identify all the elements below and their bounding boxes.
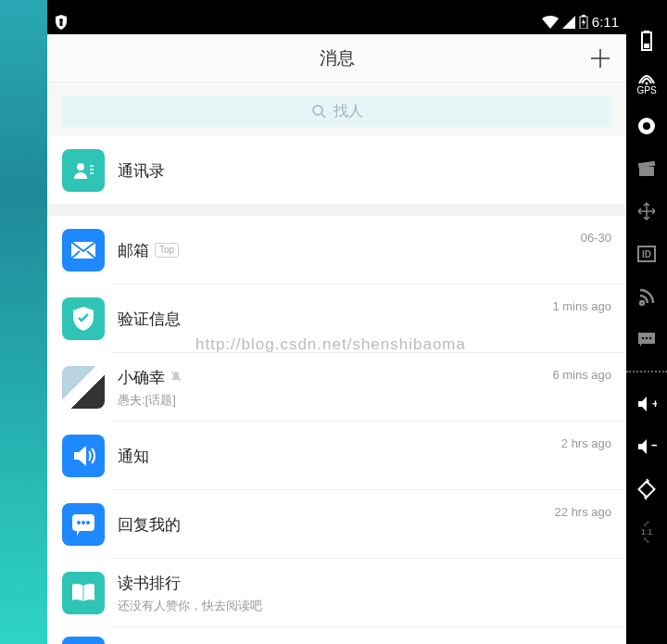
rotate-icon[interactable] <box>634 476 660 502</box>
row-title: 通知 <box>118 446 149 467</box>
row-time: 06-30 <box>581 231 611 245</box>
verify-icon <box>62 297 105 340</box>
notify-icon <box>62 435 105 477</box>
signal-icon <box>562 16 575 29</box>
svg-text:–: – <box>651 438 657 452</box>
svg-rect-1 <box>644 31 649 32</box>
svg-point-17 <box>59 19 63 22</box>
partial-icon <box>62 637 105 644</box>
scale-icon[interactable]: ⤢1:1⤡ <box>634 519 660 545</box>
search-placeholder: 找人 <box>334 102 363 121</box>
row-sub: 还没有人赞你，快去阅读吧 <box>118 598 611 614</box>
clapper-icon[interactable] <box>634 156 660 182</box>
gps-icon[interactable]: GPS <box>634 70 660 96</box>
header: 消息 <box>47 34 626 82</box>
battery-icon[interactable] <box>634 28 660 54</box>
android-status-bar: 6:11 <box>47 9 626 34</box>
row-reply[interactable]: 回复我的 22 hrs ago <box>47 490 626 559</box>
reply-icon <box>62 503 105 546</box>
row-reading[interactable]: 读书排行 还没有人赞你，快去阅读吧 <box>47 559 626 627</box>
svg-point-12 <box>646 337 648 339</box>
emulator-sidebar: GPS ID + – ⤢1:1⤡ <box>626 0 667 644</box>
id-icon[interactable]: ID <box>634 241 660 267</box>
svg-rect-20 <box>582 15 585 17</box>
row-title: 邮箱 <box>118 240 149 261</box>
row-sub: 愚夫:[话题] <box>118 392 552 409</box>
row-mail[interactable]: 邮箱 Top 06-30 <box>47 216 626 284</box>
mail-icon <box>62 229 105 271</box>
row-time: 6 mins ago <box>552 368 611 382</box>
message-list: 通讯录 邮箱 Top 06-30 验证信息 1 mins ago <box>47 136 626 644</box>
volume-down-icon[interactable]: – <box>634 434 660 460</box>
svg-point-13 <box>649 337 651 339</box>
contacts-icon <box>62 149 105 192</box>
avatar-icon <box>62 366 105 409</box>
mute-icon <box>170 371 182 385</box>
svg-rect-6 <box>639 167 654 176</box>
svg-point-5 <box>643 122 650 130</box>
svg-point-21 <box>313 106 322 115</box>
search-input[interactable]: 找人 <box>62 95 611 127</box>
row-title: 回复我的 <box>118 514 181 536</box>
row-verify[interactable]: 验证信息 1 mins ago <box>47 284 626 353</box>
svg-point-25 <box>77 521 81 524</box>
row-title: 小确幸 <box>118 367 165 388</box>
row-title: 验证信息 <box>118 309 181 330</box>
svg-text:ID: ID <box>642 249 651 259</box>
row-contacts[interactable]: 通讯录 <box>47 136 626 205</box>
top-tag: Top <box>155 243 179 258</box>
svg-point-26 <box>82 521 85 524</box>
desktop-background <box>0 0 47 644</box>
search-icon <box>311 104 326 119</box>
page-title: 消息 <box>320 46 355 70</box>
svg-rect-18 <box>60 22 63 26</box>
rss-icon[interactable] <box>634 284 660 309</box>
row-time: 1 mins ago <box>552 299 611 313</box>
row-notify[interactable]: 通知 2 hrs ago <box>47 422 626 490</box>
svg-point-27 <box>86 521 90 524</box>
wifi-icon <box>542 16 559 29</box>
row-luck[interactable]: 小确幸 愚夫:[话题] 6 mins ago <box>47 353 626 422</box>
volume-up-icon[interactable]: + <box>634 391 660 417</box>
svg-rect-16 <box>639 482 655 498</box>
svg-point-22 <box>77 163 84 170</box>
row-time: 22 hrs ago <box>555 505 611 519</box>
svg-text:+: + <box>652 398 657 410</box>
svg-rect-2 <box>644 44 649 48</box>
gps-label: GPS <box>636 85 656 95</box>
rail-separator <box>626 371 667 373</box>
section-gap <box>47 205 626 216</box>
camera-icon[interactable] <box>634 113 660 139</box>
top-strip <box>47 0 626 9</box>
book-icon <box>62 572 105 614</box>
svg-point-11 <box>642 337 644 339</box>
move-icon[interactable] <box>634 198 660 224</box>
shield-notif-icon <box>55 15 68 30</box>
battery-charge-icon <box>579 15 588 29</box>
status-time: 6:11 <box>592 14 619 30</box>
row-title: 读书排行 <box>118 573 181 594</box>
phone-screen: 消息 找人 通讯录 邮箱 Top <box>47 34 626 644</box>
row-partial[interactable] <box>47 627 626 644</box>
row-time: 2 hrs ago <box>561 436 611 450</box>
add-button[interactable] <box>589 47 611 69</box>
row-title: 通讯录 <box>118 160 165 182</box>
sms-icon[interactable] <box>634 326 660 352</box>
